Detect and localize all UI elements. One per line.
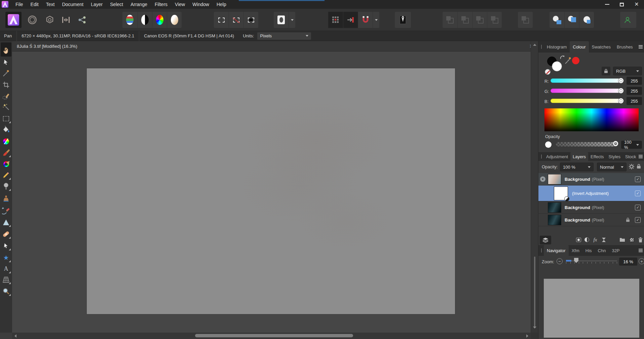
export-persona-button[interactable] [74,12,90,28]
document-tab[interactable]: 8Julia Ś 3.tif [Modified] (16.3%) [17,44,77,49]
panel-menu-icon[interactable] [639,45,643,48]
insert-inside-button[interactable] [579,12,594,28]
panel-menu-icon[interactable] [639,249,643,252]
quick-mask-button[interactable] [274,12,289,28]
dodge-brush-tool[interactable] [1,181,11,191]
horizontal-scrollbar[interactable] [12,333,531,339]
scroll-left-icon[interactable] [14,334,16,338]
undo-brush-tool[interactable] [1,206,11,215]
menu-view[interactable]: View [171,0,189,9]
shape-tool[interactable]: ★ [1,253,11,262]
layer-visibility-checkbox[interactable]: ✓ [635,176,641,182]
panel-grip[interactable] [541,45,542,49]
tab-layers[interactable]: Layers [570,152,588,161]
spectrum-picker[interactable] [544,108,639,131]
layer-thumbnail[interactable] [548,202,561,213]
snapping-dropdown[interactable] [373,12,379,28]
no-colour-swatch[interactable] [545,69,551,75]
tone-mapping-persona-button[interactable] [58,12,74,28]
zoom-value-field[interactable]: 16 % [619,258,637,266]
tab-history[interactable]: His [582,245,595,256]
layer-row-background-middle[interactable]: Background (Pixel) ✓ [538,201,644,214]
tab-histogram[interactable]: Histogram [544,41,570,53]
colour-mode-dropdown[interactable]: RGB [613,67,642,75]
layer-thumbnail[interactable] [548,174,561,184]
auto-levels-button[interactable] [122,12,137,28]
flood-select-tool[interactable] [1,102,11,112]
live-filter-button[interactable] [600,236,607,243]
green-slider-knob[interactable] [618,88,623,93]
menu-window[interactable]: Window [189,0,213,9]
align-button-3[interactable] [472,12,487,28]
adjustment-thumbnail[interactable] [554,187,568,200]
auto-colour-button[interactable] [152,12,167,28]
colour-picker-tool[interactable] [1,69,11,78]
canvas-viewport[interactable] [12,52,531,333]
new-pixel-layer-button[interactable] [628,236,635,243]
view-tool[interactable] [1,46,11,55]
scroll-down-icon[interactable] [533,327,536,329]
blue-slider[interactable] [551,99,623,103]
scroll-right-icon[interactable] [526,334,528,338]
tab-effects[interactable]: Effects [588,152,606,161]
zoom-in-button[interactable]: + [639,258,644,264]
tab-styles[interactable]: Styles [606,152,623,161]
tab-swatches[interactable]: Swatches [589,41,614,53]
scroll-up-icon[interactable] [533,44,536,46]
crop-tool[interactable] [1,80,11,90]
green-slider[interactable] [551,89,623,93]
auto-contrast-button[interactable] [137,12,152,28]
insert-above-button[interactable] [564,12,579,28]
opacity-slider[interactable] [556,142,618,146]
units-dropdown[interactable]: Pixels [257,32,311,40]
new-adjustment-button[interactable] [583,236,591,243]
distribute-button[interactable] [518,12,533,28]
node-tool[interactable] [1,241,11,250]
layer-opacity-dropdown[interactable]: 100 % [560,163,594,171]
force-pixel-alignment-button[interactable] [343,12,358,28]
horizontal-scroll-thumb[interactable] [195,334,353,337]
menu-help[interactable]: Help [213,0,230,9]
gradient-tool[interactable] [1,137,11,146]
healing-brush-tool[interactable] [1,229,11,239]
account-button[interactable] [620,12,635,28]
insert-behind-button[interactable] [550,12,564,28]
tab-colour[interactable]: Colour [570,41,589,53]
assistant-button[interactable] [395,12,410,28]
layer-row-invert-adjustment-selected[interactable]: (Invert Adjustment) ✓ [538,185,644,201]
layer-effects-button[interactable]: fx [592,236,599,243]
minimize-button[interactable] [600,0,614,9]
layer-row-background-top[interactable]: ▼ Background (Pixel) ✓ [538,173,644,185]
navigator-preview[interactable] [544,279,639,338]
layer-row-background-bottom[interactable]: Background (Pixel) ✓ [538,214,644,226]
opacity-slider-knob[interactable] [613,141,618,146]
menu-select[interactable]: Select [106,0,127,9]
panel-menu-icon[interactable] [639,155,643,158]
menu-edit[interactable]: Edit [27,0,42,9]
selection-brush-tool[interactable] [1,91,11,101]
blend-mode-dropdown[interactable]: Normal [597,163,627,171]
flood-fill-tool[interactable] [1,125,11,134]
zoom-slider-track[interactable] [566,261,617,261]
blue-slider-knob[interactable] [618,98,623,103]
menu-file[interactable]: File [12,0,27,9]
mesh-warp-tool[interactable] [1,275,11,284]
invert-selection-button[interactable] [243,12,258,28]
tab-channels[interactable]: Chn [595,245,609,256]
tab-adjustment[interactable]: Adjustment [544,152,570,161]
align-button-2[interactable] [457,12,472,28]
text-tool[interactable]: A [1,264,11,273]
blur-brush-tool[interactable] [1,217,11,227]
group-layers-button[interactable] [618,236,626,243]
menu-document[interactable]: Document [58,0,87,9]
move-tool[interactable] [1,58,11,67]
tab-transform[interactable]: Xfm [569,245,582,256]
layer-thumbnail[interactable] [548,215,561,225]
layer-lock-icon[interactable] [637,164,641,169]
marquee-tool[interactable] [1,114,11,123]
delete-layer-button[interactable] [637,236,644,243]
colour-replacement-brush-tool[interactable] [1,159,11,169]
red-slider-knob[interactable] [618,78,623,83]
clone-brush-tool[interactable] [1,194,11,203]
menu-arrange[interactable]: Arrange [127,0,151,9]
